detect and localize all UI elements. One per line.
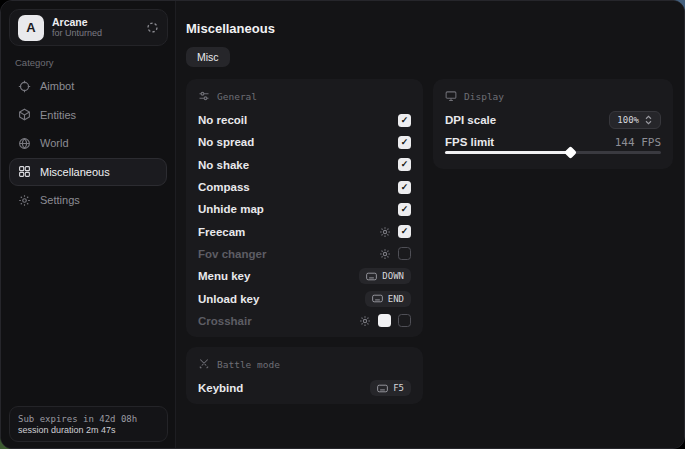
setting-label: Keybind: [198, 382, 243, 394]
screen: A Arcane for Unturned Category: [0, 0, 685, 449]
setting-row: Compass ✓: [198, 176, 411, 198]
sidebar-item-label: Aimbot: [40, 80, 74, 92]
brand-subtitle: for Unturned: [52, 28, 138, 38]
setting-row: Freecam ✓: [198, 220, 411, 242]
freecam-settings-gear-icon[interactable]: [379, 226, 391, 238]
crosshair-icon: [18, 80, 31, 93]
sub-expiry-text: Sub expires in 42d 08h: [18, 414, 159, 424]
check-icon: ✓: [401, 138, 409, 147]
keybind-value: DOWN: [382, 271, 404, 281]
setting-row: DPI scale 100%: [445, 109, 661, 131]
globe-icon: [18, 137, 31, 150]
no-shake-checkbox[interactable]: ✓: [398, 158, 411, 171]
setting-row: No recoil ✓: [198, 109, 411, 131]
setting-label: Unhide map: [198, 203, 264, 215]
panel-title: General: [217, 91, 257, 102]
sidebar-item-world[interactable]: World: [9, 129, 167, 157]
setting-row: Menu key DOWN: [198, 265, 411, 287]
category-label: Category: [15, 57, 54, 68]
keyboard-icon: [377, 384, 388, 393]
setting-label: Compass: [198, 181, 250, 193]
monitor-icon: [445, 90, 457, 102]
keybind-value: F5: [393, 383, 404, 393]
swords-icon: [198, 358, 210, 370]
panel-title: Battle mode: [217, 359, 280, 370]
setting-label: DPI scale: [445, 114, 496, 126]
setting-row: Unhide map ✓: [198, 198, 411, 220]
check-icon: ✓: [401, 116, 409, 125]
battle-mode-keybind-button[interactable]: F5: [370, 380, 411, 396]
check-icon: ✓: [401, 227, 409, 236]
check-icon: ✓: [401, 205, 409, 214]
setting-label: No spread: [198, 136, 254, 148]
check-icon: ✓: [401, 160, 409, 169]
setting-label: Freecam: [198, 226, 245, 238]
sidebar-item-label: Settings: [40, 194, 80, 206]
main-content: Miscellaneous Misc General No recoil ✓: [176, 1, 684, 448]
fov-changer-checkbox[interactable]: [398, 247, 411, 260]
setting-label: Unload key: [198, 293, 259, 305]
setting-label: Crosshair: [198, 315, 252, 327]
crosshair-color-swatch[interactable]: [378, 314, 391, 327]
dpi-scale-value: 100%: [617, 115, 639, 125]
display-panel: Display DPI scale 100%: [433, 79, 673, 169]
slider-thumb[interactable]: [564, 146, 577, 159]
sidebar-item-entities[interactable]: Entities: [9, 101, 167, 129]
unhide-map-checkbox[interactable]: ✓: [398, 203, 411, 216]
crosshair-settings-gear-icon[interactable]: [359, 315, 371, 327]
general-panel: General No recoil ✓ No spread ✓ No shake: [186, 79, 423, 337]
cube-icon: [18, 108, 31, 121]
setting-label: No shake: [198, 159, 249, 171]
setting-row: No shake ✓: [198, 154, 411, 176]
spinner-icon[interactable]: [146, 21, 159, 34]
fps-limit-slider[interactable]: [445, 147, 661, 157]
sidebar-item-miscellaneous[interactable]: Miscellaneous: [9, 158, 167, 186]
sliders-icon: [198, 90, 210, 102]
setting-label: Menu key: [198, 270, 250, 282]
gear-icon: [18, 194, 31, 207]
freecam-checkbox[interactable]: ✓: [398, 225, 411, 238]
cheat-menu-window: A Arcane for Unturned Category: [0, 0, 685, 449]
keyboard-icon: [366, 272, 377, 281]
sidebar-nav: Aimbot Entities: [9, 72, 167, 215]
keyboard-icon: [372, 294, 383, 303]
brand-header: A Arcane for Unturned: [9, 9, 168, 46]
crosshair-checkbox[interactable]: [398, 314, 411, 327]
panel-title: Display: [464, 91, 504, 102]
tab-misc[interactable]: Misc: [186, 47, 230, 67]
page-title: Miscellaneous: [186, 21, 275, 36]
dpi-scale-select[interactable]: 100%: [609, 111, 661, 129]
brand-name: Arcane: [52, 16, 138, 28]
no-recoil-checkbox[interactable]: ✓: [398, 114, 411, 127]
battle-mode-panel: Battle mode Keybind F5: [186, 347, 423, 404]
fov-changer-settings-gear-icon[interactable]: [379, 248, 391, 260]
setting-row: No spread ✓: [198, 131, 411, 153]
sidebar-item-label: Miscellaneous: [40, 166, 110, 178]
keybind-value: END: [388, 294, 404, 304]
menu-key-keybind-button[interactable]: DOWN: [359, 268, 411, 284]
no-spread-checkbox[interactable]: ✓: [398, 136, 411, 149]
subscription-box: Sub expires in 42d 08h session duration …: [9, 406, 168, 442]
sidebar-item-label: Entities: [40, 109, 76, 121]
unfold-icon: [644, 115, 653, 125]
sidebar-item-aimbot[interactable]: Aimbot: [9, 72, 167, 100]
slider-fill: [445, 151, 570, 154]
sidebar-item-label: World: [40, 137, 69, 149]
sidebar-item-settings[interactable]: Settings: [9, 186, 167, 214]
setting-row: Unload key END: [198, 287, 411, 309]
setting-label: No recoil: [198, 114, 247, 126]
setting-row: Keybind F5: [198, 377, 411, 399]
check-icon: ✓: [401, 183, 409, 192]
brand-logo: A: [18, 15, 44, 41]
grid-icon: [18, 165, 31, 178]
sidebar: A Arcane for Unturned Category: [1, 1, 176, 448]
unload-key-keybind-button[interactable]: END: [365, 291, 411, 307]
setting-label: Fov changer: [198, 248, 266, 260]
setting-row: Crosshair: [198, 310, 411, 332]
session-duration-text: session duration 2m 47s: [18, 425, 159, 435]
compass-checkbox[interactable]: ✓: [398, 181, 411, 194]
setting-row: Fov changer: [198, 243, 411, 265]
